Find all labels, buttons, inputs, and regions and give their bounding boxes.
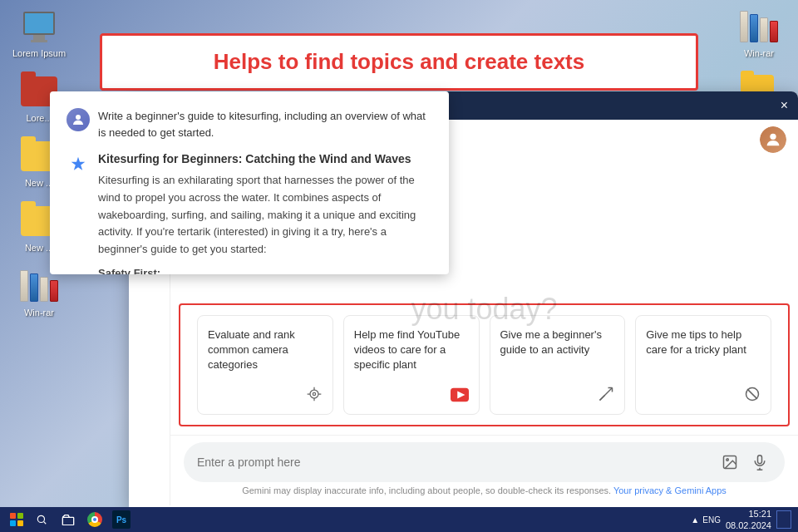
response-section1-title: Safety First: [98, 265, 432, 274]
response-title: Kitesurfing for Beginners: Catching the … [98, 152, 432, 165]
card-activity-icon [500, 386, 615, 402]
svg-rect-21 [62, 517, 73, 525]
footer-disclaimer: Gemini may display inaccurate info, incl… [184, 482, 785, 500]
tray-icons: ▲ ENG [691, 515, 721, 525]
taskbar-right: ▲ ENG 15:21 08.02.2024 [691, 508, 791, 532]
svg-point-4 [310, 390, 318, 398]
user-avatar-top[interactable] [760, 126, 786, 153]
taskbar-left: Ps [7, 510, 133, 530]
svg-line-20 [44, 522, 47, 525]
user-avatar-circle [760, 126, 786, 153]
svg-line-11 [600, 396, 605, 401]
input-container [184, 442, 785, 482]
svg-point-15 [727, 459, 729, 461]
input-bar: Gemini may display inaccurate info, incl… [170, 435, 798, 505]
user-avatar [66, 108, 90, 131]
suggestion-card-activity[interactable]: Give me a beginner's guide to an activit… [490, 315, 626, 415]
suggestion-cards-container: Evaluate and rank common camera categori… [179, 303, 790, 426]
desktop-icon-new-folder-1-label: New ... [25, 178, 53, 188]
input-icons [718, 451, 771, 474]
chat-doc-overlay: Write a beginner's guide to kitesurfing,… [50, 91, 449, 274]
svg-line-13 [747, 389, 757, 399]
desktop-icon-winrar-left-label: Win-rar [24, 308, 54, 318]
taskbar-search-button[interactable] [30, 510, 53, 530]
tray-lang-indicator: ENG [702, 515, 721, 525]
response-body: Kitesurfing is an exhilarating sport tha… [98, 172, 432, 274]
show-desktop-button[interactable] [776, 510, 791, 529]
microphone-button[interactable] [748, 451, 771, 474]
tray-up-arrow-icon: ▲ [691, 515, 699, 525]
desktop-icon-winrar-left[interactable]: Win-rar [10, 268, 68, 318]
suggestion-card-plant[interactable]: Give me tips to help care for a tricky p… [635, 315, 771, 415]
taskbar-photoshop-button[interactable]: Ps [110, 510, 133, 530]
svg-point-5 [313, 392, 315, 395]
image-upload-button[interactable] [718, 451, 741, 474]
announcement-text: Helps to find topics and create texts [214, 49, 584, 74]
card-activity-text: Give me a beginner's guide to an activit… [500, 328, 615, 376]
user-message-row: Write a beginner's guide to kitesurfing,… [66, 108, 432, 140]
user-message-text: Write a beginner's guide to kitesurfing,… [98, 108, 432, 140]
desktop: Lorem Ipsum Lore... New ... New ... [0, 0, 798, 532]
suggestion-card-cameras[interactable]: Evaluate and rank common camera categori… [197, 315, 333, 415]
card-plant-icon [646, 386, 761, 402]
desktop-icon-lorem-ipsum[interactable]: Lorem Ipsum [10, 8, 68, 58]
gemini-response-row: Kitesurfing for Beginners: Catching the … [66, 152, 432, 274]
taskbar-explorer-button[interactable] [57, 510, 80, 530]
taskbar-clock: 15:21 08.02.2024 [726, 508, 771, 532]
clock-date: 08.02.2024 [726, 520, 771, 531]
desktop-icon-new-folder-2-label: New ... [25, 243, 53, 253]
svg-rect-16 [758, 456, 762, 464]
card-plant-text: Give me tips to help care for a tricky p… [646, 328, 761, 376]
windows-logo-icon [10, 513, 23, 526]
prompt-input[interactable] [197, 456, 712, 469]
clock-time: 15:21 [726, 508, 771, 520]
desktop-icon-winrar-right-label: Win-rar [744, 48, 774, 58]
suggestion-card-youtube[interactable]: Help me find YouTube videos to care for … [343, 315, 480, 415]
card-cameras-text: Evaluate and rank common camera categori… [208, 328, 323, 376]
privacy-close-button[interactable]: × [781, 98, 788, 113]
response-p1: Kitesurfing is an exhilarating sport tha… [98, 172, 432, 259]
start-button[interactable] [7, 510, 27, 530]
card-youtube-text: Help me find YouTube videos to care for … [354, 328, 469, 377]
card-youtube-icon [354, 387, 469, 402]
gemini-star-icon [66, 152, 90, 175]
taskbar: Ps ▲ ENG 15:21 08.02.2024 [0, 507, 798, 532]
desktop-icon-lorem-ipsum-label: Lorem Ipsum [12, 48, 66, 58]
desktop-icon-lorem-folder-label: Lore... [26, 113, 52, 123]
svg-point-19 [37, 515, 44, 522]
svg-point-3 [770, 134, 776, 140]
svg-point-0 [76, 115, 81, 120]
desktop-icon-winrar-right[interactable]: Win-rar [730, 8, 788, 58]
photoshop-icon: Ps [112, 510, 131, 529]
privacy-link[interactable]: Your privacy & Gemini Apps [613, 485, 727, 495]
taskbar-chrome-button[interactable] [83, 510, 106, 530]
response-content: Kitesurfing for Beginners: Catching the … [98, 152, 432, 274]
announcement-banner: Helps to find topics and create texts [100, 33, 698, 91]
card-cameras-icon [208, 386, 323, 402]
